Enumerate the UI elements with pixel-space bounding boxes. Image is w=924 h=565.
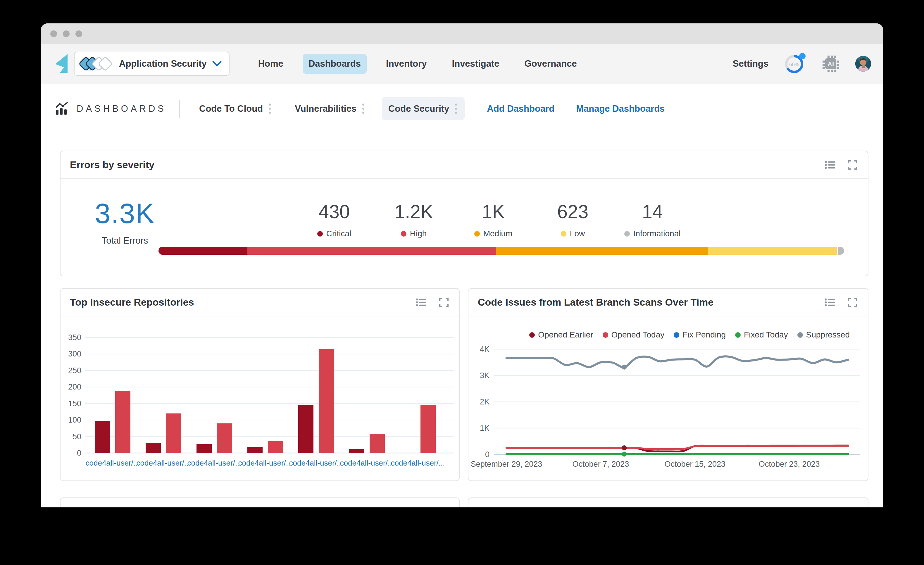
add-dashboard-link[interactable]: Add Dashboard	[487, 104, 554, 114]
y-axis-tick-label: 2K	[480, 397, 489, 406]
y-axis-tick-label: 350	[68, 333, 81, 342]
kebab-menu-icon[interactable]	[454, 102, 458, 115]
bar-high-repo-3[interactable]	[217, 423, 232, 453]
severity-metric-low: 623Low	[533, 201, 613, 238]
dashboard-tab-code-to-cloud[interactable]: Code To Cloud	[193, 97, 278, 120]
severity-bar-segment-high	[248, 247, 496, 255]
settings-link[interactable]: Settings	[733, 59, 768, 69]
bar-critical-repo-5[interactable]	[298, 405, 314, 453]
card-title: Top Insecure Repositories	[70, 296, 194, 308]
data-point-marker-opened-earlier[interactable]	[622, 445, 627, 450]
progress-percent-label: 66%	[789, 62, 799, 67]
manage-dashboards-link[interactable]: Manage Dashboards	[576, 104, 664, 114]
ai-assistant-icon[interactable]: AI	[822, 55, 840, 73]
severity-metrics-row: 430Critical1.2KHigh1KMedium623Low14Infor…	[294, 201, 692, 238]
card-title: Latest Code Review Scans	[478, 506, 604, 507]
y-axis-tick-label: 250	[68, 366, 81, 375]
dashboard-tab-code-security[interactable]: Code Security	[382, 97, 465, 120]
errors-by-severity-card: Errors by severity 3.3K Total Er	[60, 150, 868, 276]
bar-critical-repo-6[interactable]	[349, 449, 364, 453]
bar-critical-repo-1[interactable]	[95, 421, 110, 453]
window-close-button[interactable]	[50, 30, 57, 37]
severity-dot-icon	[317, 231, 323, 237]
app-selector-label: Application Security	[119, 59, 207, 69]
severity-label: Critical	[326, 229, 351, 238]
repo-link-label[interactable]: code4all-user/...	[340, 458, 394, 467]
brand-logo-icon	[54, 54, 69, 74]
browser-window: Application Security HomeDashboardsInven…	[41, 23, 883, 507]
nav-item-inventory[interactable]: Inventory	[380, 54, 433, 74]
repo-link-label[interactable]: code4all-user/...	[391, 458, 445, 467]
bar-critical-repo-3[interactable]	[196, 444, 212, 453]
insecure-repos-bar-chart: 050100150200250300350code4all-user/...co…	[60, 317, 459, 481]
data-point-marker-suppressed[interactable]	[622, 365, 627, 370]
dashboard-tab-label: Code To Cloud	[199, 104, 263, 114]
expand-icon[interactable]	[848, 507, 857, 508]
total-errors-label: Total Errors	[75, 236, 175, 246]
card-header: Top Insecure Repositories	[60, 289, 459, 316]
line-series-suppressed	[507, 356, 848, 367]
expand-icon[interactable]	[439, 507, 448, 508]
kebab-menu-icon[interactable]	[267, 102, 272, 115]
severity-label: Low	[570, 229, 585, 238]
repo-link-label[interactable]: code4all-user/...	[289, 458, 343, 467]
expand-icon[interactable]	[848, 160, 857, 170]
kebab-menu-icon[interactable]	[361, 102, 366, 115]
y-axis-tick-label: 50	[72, 432, 81, 441]
total-errors-block: 3.3K Total Errors	[75, 197, 175, 246]
expand-icon[interactable]	[439, 298, 448, 307]
user-avatar[interactable]	[855, 56, 872, 72]
card-title: Errors by severity	[70, 159, 154, 170]
severity-label: Medium	[483, 229, 513, 238]
bar-high-repo-7[interactable]	[420, 405, 436, 453]
x-axis-tick-label: October 23, 2023	[759, 460, 820, 469]
total-errors-value: 3.3K	[75, 197, 175, 230]
code-issues-line-chart: 01K2K3K4KSeptember 29, 2023October 7, 20…	[468, 317, 868, 481]
severity-value: 14	[613, 201, 692, 222]
bar-high-repo-4[interactable]	[268, 441, 283, 453]
x-axis-tick-label: October 7, 2023	[573, 460, 629, 469]
severity-metric-medium: 1KMedium	[453, 201, 533, 238]
card-title: Code Vulnerabilities from Latest Branch …	[70, 506, 342, 507]
bar-critical-repo-2[interactable]	[146, 443, 161, 453]
severity-dot-icon	[401, 231, 406, 237]
nav-item-investigate[interactable]: Investigate	[446, 54, 505, 74]
card-header: Code Vulnerabilities from Latest Branch …	[60, 498, 459, 507]
bar-high-repo-2[interactable]	[166, 413, 181, 453]
window-minimize-button[interactable]	[63, 30, 70, 37]
list-view-icon[interactable]	[825, 161, 836, 169]
bar-high-repo-5[interactable]	[319, 349, 334, 453]
repo-link-label[interactable]: code4all-user/...	[188, 458, 242, 467]
code-issues-over-time-card: Code Issues from Latest Branch Scans Ove…	[468, 288, 868, 481]
nav-item-home[interactable]: Home	[252, 54, 289, 74]
list-view-icon[interactable]	[416, 298, 427, 307]
y-axis-tick-label: 4K	[480, 345, 489, 353]
window-titlebar	[41, 23, 883, 44]
y-axis-tick-label: 3K	[480, 371, 489, 380]
severity-label: Informational	[633, 229, 681, 238]
severity-bar-segment-medium	[496, 247, 707, 255]
bar-high-repo-6[interactable]	[370, 434, 385, 453]
nav-item-governance[interactable]: Governance	[519, 54, 583, 74]
data-point-marker-fixed-today[interactable]	[622, 452, 627, 457]
app-selector-dropdown[interactable]: Application Security	[74, 52, 230, 76]
bar-high-repo-1[interactable]	[115, 391, 130, 453]
navbar-right-group: Settings 66% AI	[733, 53, 872, 75]
repo-link-label[interactable]: code4all-user/...	[136, 458, 190, 467]
x-axis-tick-label: October 15, 2023	[664, 460, 726, 469]
latest-code-review-scans-card: Latest Code Review Scans	[468, 497, 868, 507]
repo-link-label[interactable]: code4all-user/...	[238, 458, 292, 467]
severity-value: 1.2K	[374, 201, 453, 222]
dashboard-tab-vulnerabilities[interactable]: Vulnerabilities	[288, 97, 372, 120]
onboarding-progress-ring[interactable]: 66%	[784, 53, 807, 75]
y-axis-tick-label: 1K	[480, 424, 489, 433]
window-maximize-button[interactable]	[75, 30, 82, 37]
severity-dot-icon	[561, 231, 566, 237]
bar-critical-repo-4[interactable]	[248, 447, 262, 453]
dashboards-toolbar: DASHBOARDS Code To CloudVulnerabilitiesC…	[41, 84, 883, 133]
expand-icon[interactable]	[848, 298, 857, 307]
repo-link-label[interactable]: code4all-user/...	[86, 458, 140, 467]
severity-value: 623	[533, 201, 613, 222]
nav-item-dashboards[interactable]: Dashboards	[303, 54, 367, 74]
list-view-icon[interactable]	[825, 298, 836, 307]
